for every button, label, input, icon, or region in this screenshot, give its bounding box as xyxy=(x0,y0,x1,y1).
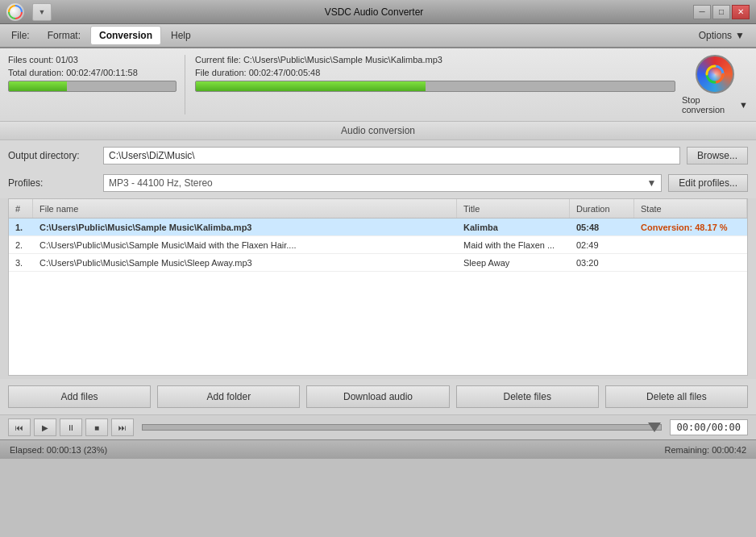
table-body: 1. C:\Users\Public\Music\Sample Music\Ka… xyxy=(9,219,747,376)
seek-thumb xyxy=(648,423,661,432)
files-count: Files count: 01/03 xyxy=(8,55,177,65)
options-arrow-icon: ▼ xyxy=(735,30,745,41)
add-files-btn[interactable]: Add files xyxy=(8,385,151,408)
status-middle: Current file: C:\Users\Public\Music\Samp… xyxy=(185,55,675,114)
add-folder-btn[interactable]: Add folder xyxy=(157,385,300,408)
app-icon xyxy=(6,3,24,21)
menu-format[interactable]: Format: xyxy=(39,26,89,45)
total-duration: Total duration: 00:02:47/00:11:58 xyxy=(8,68,177,77)
col-header-title: Title xyxy=(457,199,570,218)
quick-toolbar: ▼ xyxy=(29,2,55,23)
menu-bar: File: Format: Conversion Help Options ▼ xyxy=(0,24,756,48)
title-bar-left: ▼ xyxy=(6,2,55,23)
status-right: Stop conversion ▼ xyxy=(675,55,748,114)
download-audio-btn[interactable]: Download audio xyxy=(306,385,449,408)
row-num: 1. xyxy=(9,220,33,235)
quick-menu-btn[interactable]: ▼ xyxy=(32,3,52,21)
total-progress-bar xyxy=(8,81,177,92)
window-title: VSDC Audio Converter xyxy=(325,6,424,18)
output-field[interactable]: C:\Users\DiZ\Music\ xyxy=(103,147,680,164)
row-title: Sleep Away xyxy=(457,256,570,270)
pause-icon: ⏸ xyxy=(67,423,75,432)
options-label: Options xyxy=(699,30,732,41)
profiles-row: Profiles: MP3 - 44100 Hz, Stereo ▼ Edit … xyxy=(0,171,756,198)
file-table: # File name Title Duration State 1. C:\U… xyxy=(8,198,748,376)
elapsed-status: Elapsed: 00:00:13 (23%) xyxy=(10,445,107,455)
minimize-btn[interactable]: ─ xyxy=(693,5,711,19)
forward-icon: ⏭ xyxy=(118,423,127,432)
seek-bar[interactable] xyxy=(142,424,662,431)
stop-conversion-btn[interactable]: Stop conversion ▼ xyxy=(682,55,748,114)
row-filename: C:\Users\Public\Music\Sample Music\Maid … xyxy=(33,238,457,252)
transport-row: ⏮ ▶ ⏸ ■ ⏭ 00:00/00:00 xyxy=(0,414,756,439)
rewind-btn[interactable]: ⏮ xyxy=(8,418,31,436)
row-duration: 03:20 xyxy=(570,256,634,270)
row-state xyxy=(634,243,747,248)
menu-conversion[interactable]: Conversion xyxy=(90,26,161,45)
options-btn[interactable]: Options ▼ xyxy=(691,27,753,44)
col-header-num: # xyxy=(9,199,33,218)
time-display: 00:00/00:00 xyxy=(670,419,748,435)
stop-icon: ■ xyxy=(94,423,99,432)
delete-files-btn[interactable]: Delete files xyxy=(456,385,599,408)
file-duration: File duration: 00:02:47/00:05:48 xyxy=(195,68,675,77)
row-num: 3. xyxy=(9,256,33,270)
row-filename: C:\Users\Public\Music\Sample Music\Kalim… xyxy=(33,220,457,235)
close-btn[interactable]: ✕ xyxy=(732,5,750,19)
table-row[interactable]: 2. C:\Users\Public\Music\Sample Music\Ma… xyxy=(9,236,747,254)
maximize-btn[interactable]: □ xyxy=(712,5,730,19)
profiles-label: Profiles: xyxy=(8,177,97,189)
profiles-value: MP3 - 44100 Hz, Stereo xyxy=(109,177,213,189)
row-duration: 02:49 xyxy=(570,238,634,252)
rewind-icon: ⏮ xyxy=(15,423,23,432)
main-content: Output directory: C:\Users\DiZ\Music\ Br… xyxy=(0,140,756,439)
col-header-filename: File name xyxy=(33,199,457,218)
row-state xyxy=(634,260,747,265)
menu-help[interactable]: Help xyxy=(163,26,199,45)
profiles-select[interactable]: MP3 - 44100 Hz, Stereo ▼ xyxy=(103,174,662,192)
play-icon: ▶ xyxy=(42,423,48,432)
stop-btn[interactable]: ■ xyxy=(85,418,108,436)
table-header: # File name Title Duration State xyxy=(9,199,747,219)
col-header-state: State xyxy=(634,199,747,218)
row-state: Conversion: 48.17 % xyxy=(634,220,747,235)
forward-btn[interactable]: ⏭ xyxy=(111,418,134,436)
output-row: Output directory: C:\Users\DiZ\Music\ Br… xyxy=(0,140,756,171)
file-progress-bar xyxy=(195,81,675,92)
table-row[interactable]: 3. C:\Users\Public\Music\Sample Music\Sl… xyxy=(9,254,747,272)
window-controls: ─ □ ✕ xyxy=(693,5,750,19)
row-title: Maid with the Flaxen ... xyxy=(457,238,570,252)
table-row[interactable]: 1. C:\Users\Public\Music\Sample Music\Ka… xyxy=(9,219,747,236)
profiles-dropdown-icon: ▼ xyxy=(646,177,656,189)
pause-btn[interactable]: ⏸ xyxy=(60,418,82,436)
output-value: C:\Users\DiZ\Music\ xyxy=(109,150,195,161)
stop-icon xyxy=(696,55,734,94)
bottom-buttons: Add files Add folder Download audio Dele… xyxy=(0,379,756,414)
status-left: Files count: 01/03 Total duration: 00:02… xyxy=(8,55,185,114)
file-progress-fill xyxy=(196,81,426,91)
current-file: Current file: C:\Users\Public\Music\Samp… xyxy=(195,55,675,65)
stop-dropdown-icon: ▼ xyxy=(739,100,748,110)
status-bar: Elapsed: 00:00:13 (23%) Remaining: 00:00… xyxy=(0,439,756,459)
title-bar: ▼ VSDC Audio Converter ─ □ ✕ xyxy=(0,0,756,24)
menu-right: Options ▼ xyxy=(691,27,753,44)
row-duration: 05:48 xyxy=(570,220,634,235)
status-panel: Files count: 01/03 Total duration: 00:02… xyxy=(0,48,756,122)
browse-btn[interactable]: Browse... xyxy=(687,147,748,164)
remaining-status: Remaining: 00:00:42 xyxy=(664,445,746,455)
menu-file[interactable]: File: xyxy=(3,26,38,45)
row-title: Kalimba xyxy=(457,220,570,235)
stop-text: Stop conversion xyxy=(682,95,737,114)
row-filename: C:\Users\Public\Music\Sample Music\Sleep… xyxy=(33,256,457,270)
conversion-banner: Audio conversion xyxy=(0,122,756,140)
delete-all-btn[interactable]: Delete all files xyxy=(605,385,748,408)
play-btn[interactable]: ▶ xyxy=(34,418,56,436)
table-empty-space xyxy=(9,272,747,376)
output-label: Output directory: xyxy=(8,150,97,161)
edit-profiles-btn[interactable]: Edit profiles... xyxy=(668,174,748,192)
col-header-duration: Duration xyxy=(570,199,634,218)
total-progress-fill xyxy=(9,81,67,91)
stop-btn-label: Stop conversion ▼ xyxy=(682,95,748,114)
row-num: 2. xyxy=(9,238,33,252)
